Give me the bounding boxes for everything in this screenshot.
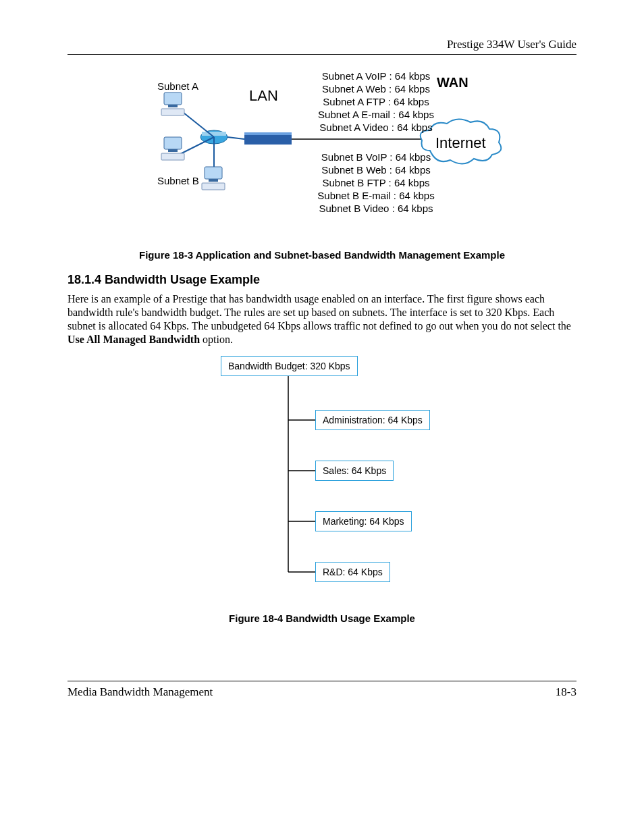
svg-rect-6 [244, 132, 292, 135]
svg-rect-11 [161, 109, 184, 115]
list-item: Subnet B FTP : 64 kbps [315, 176, 437, 189]
subnet-b-list: Subnet B VoIP : 64 kbps Subnet B Web : 6… [315, 151, 437, 215]
list-item: Subnet A Video : 64 kbps [315, 121, 437, 134]
page-header: Prestige 334W User's Guide [68, 38, 576, 51]
svg-rect-14 [161, 153, 184, 160]
footer-rule [68, 681, 576, 681]
figure-18-3: Subnet A Subnet B LAN WAN Internet Subne… [133, 70, 511, 245]
bandwidth-node-box: R&D: 64 Kbps [315, 562, 390, 582]
subnet-a-label: Subnet A [157, 80, 198, 92]
svg-rect-9 [164, 93, 182, 105]
footer-page-number: 18-3 [556, 685, 576, 699]
svg-rect-13 [168, 149, 178, 152]
list-item: Subnet A FTP : 64 kbps [315, 95, 437, 108]
footer-section-title: Media Bandwidth Management [68, 685, 213, 699]
pc-icon [160, 91, 187, 120]
subnet-b-label: Subnet B [157, 175, 199, 186]
svg-rect-5 [244, 134, 292, 145]
internet-label: Internet [435, 134, 486, 152]
section-paragraph: Here is an example of a Prestige that ha… [68, 292, 576, 346]
pc-icon [160, 136, 187, 164]
figure-18-4-caption: Figure 18-4 Bandwidth Usage Example [68, 613, 576, 624]
svg-rect-15 [205, 167, 222, 179]
list-item: Subnet A Web : 64 kbps [315, 82, 437, 95]
bandwidth-node-box: Administration: 64 Kbps [315, 410, 430, 430]
wan-label: WAN [437, 75, 468, 90]
paragraph-text: option. [200, 334, 233, 345]
list-item: Subnet B E-mail : 64 kbps [315, 189, 437, 202]
bold-phrase: Use All Managed Bandwidth [68, 334, 200, 345]
svg-rect-17 [202, 183, 225, 190]
svg-rect-10 [168, 105, 178, 107]
list-item: Subnet A E-mail : 64 kbps [315, 108, 437, 121]
figure-18-4: Bandwidth Budget: 320 Kbps Administratio… [221, 356, 423, 606]
list-item: Subnet B Web : 64 kbps [315, 163, 437, 176]
list-item: Subnet B Video : 64 kbps [315, 202, 437, 215]
svg-rect-12 [164, 137, 182, 149]
svg-rect-1 [202, 132, 226, 136]
svg-rect-16 [209, 179, 218, 182]
page-footer: Media Bandwidth Management 18-3 [68, 681, 576, 699]
svg-line-7 [227, 137, 244, 139]
pc-icon [200, 165, 227, 194]
header-rule [68, 54, 576, 55]
subnet-a-list: Subnet A VoIP : 64 kbps Subnet A Web : 6… [315, 70, 437, 134]
section-heading: 18.1.4 Bandwidth Usage Example [68, 273, 576, 287]
lan-label: LAN [249, 87, 278, 105]
list-item: Subnet B VoIP : 64 kbps [315, 151, 437, 163]
bandwidth-node-box: Sales: 64 Kbps [315, 461, 394, 481]
bandwidth-root-box: Bandwidth Budget: 320 Kbps [221, 356, 358, 376]
paragraph-text: Here is an example of a Prestige that ha… [68, 293, 571, 332]
bandwidth-node-box: Marketing: 64 Kbps [315, 511, 412, 531]
figure-18-3-caption: Figure 18-3 Application and Subnet-based… [68, 249, 576, 261]
document-page: Prestige 334W User's Guide [0, 0, 644, 834]
list-item: Subnet A VoIP : 64 kbps [315, 70, 437, 82]
